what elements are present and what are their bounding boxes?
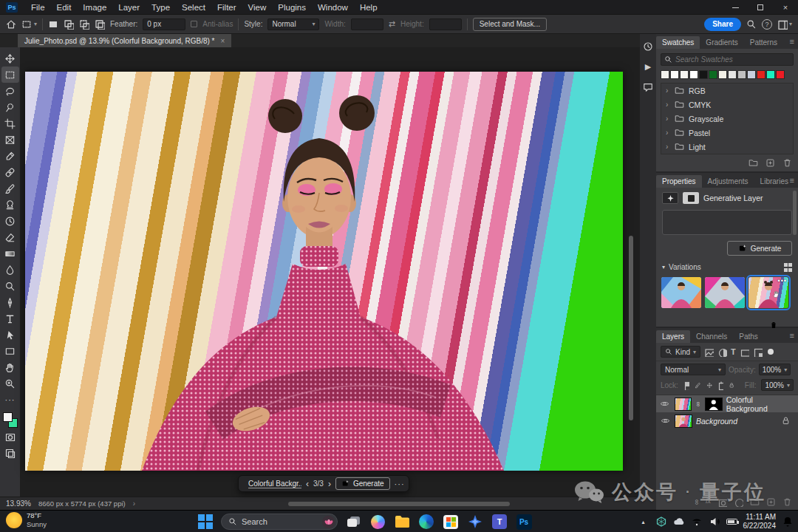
menu-layer[interactable]: Layer (112, 3, 146, 12)
variation-thumbnail-1[interactable] (661, 277, 701, 308)
photoshop-taskbar-button[interactable]: Ps (515, 513, 533, 531)
expand-chevron-icon[interactable]: › (666, 129, 670, 137)
swatch-search-box[interactable] (661, 53, 794, 66)
close-button[interactable]: × (773, 0, 798, 15)
hand-tool[interactable] (1, 359, 19, 375)
swatch-6[interactable] (718, 70, 727, 79)
home-icon[interactable] (6, 19, 16, 30)
intersect-selection-mode-button[interactable] (95, 19, 105, 30)
layer-thumbnail[interactable] (675, 398, 692, 411)
height-input[interactable] (429, 18, 462, 30)
layer-visibility-icon[interactable] (661, 416, 670, 426)
filter-kind-select[interactable]: Kind ▾ (661, 346, 700, 358)
help-icon[interactable]: ? (762, 19, 772, 30)
swatch-9[interactable] (747, 70, 756, 79)
history-panel-icon[interactable] (643, 41, 653, 52)
menu-plugins[interactable]: Plugins (272, 3, 312, 12)
variations-header[interactable]: ▾ Variations (656, 257, 798, 273)
teams-button[interactable]: T (491, 513, 508, 531)
tab-properties[interactable]: Properties (656, 175, 702, 188)
gradient-tool[interactable] (1, 245, 19, 262)
new-swatch-icon[interactable] (765, 158, 775, 168)
filter-pixel-layers-icon[interactable] (704, 347, 714, 357)
volume-icon[interactable] (709, 516, 720, 528)
filter-toggle-icon[interactable] (768, 349, 774, 355)
select-and-mask-button[interactable]: Select and Mask... (473, 18, 547, 31)
file-explorer-button[interactable] (393, 513, 411, 531)
swatch-5[interactable] (709, 70, 717, 79)
swap-dimensions-icon[interactable]: ⇄ (389, 19, 395, 29)
generation-name-input[interactable] (248, 480, 301, 488)
more-options-icon[interactable]: ··· (395, 480, 405, 488)
menu-type[interactable]: Type (146, 3, 176, 12)
style-select[interactable]: Normal▾ (267, 18, 319, 30)
menu-image[interactable]: Image (77, 3, 112, 12)
notifications-bell-icon[interactable] (782, 516, 794, 528)
3d-viewer-icon[interactable] (655, 516, 667, 528)
tab-channels[interactable]: Channels (690, 330, 733, 343)
delete-layer-icon[interactable] (782, 497, 792, 507)
variation-thumbnail-2[interactable] (705, 277, 745, 308)
expand-chevron-icon[interactable]: › (666, 115, 670, 123)
blend-mode-select[interactable]: Normal▾ (661, 364, 726, 375)
add-selection-mode-button[interactable] (64, 19, 74, 30)
lasso-tool[interactable] (1, 83, 19, 99)
vertical-scrollbar[interactable] (627, 95, 635, 532)
dodge-tool[interactable] (1, 278, 19, 294)
swatch-0[interactable] (661, 70, 669, 79)
status-chevron-icon[interactable]: › (133, 499, 135, 508)
microsoft-store-button[interactable] (442, 513, 460, 531)
swatch-12[interactable] (776, 70, 785, 79)
menu-filter[interactable]: Filter (211, 3, 242, 12)
tab-paths[interactable]: Paths (733, 330, 764, 343)
expand-chevron-icon[interactable]: › (666, 143, 670, 151)
weather-widget[interactable]: 78°F Sunny (6, 511, 47, 529)
history-brush-tool[interactable] (1, 213, 19, 229)
zoom-tool[interactable] (1, 375, 19, 392)
battery-icon[interactable] (726, 519, 737, 525)
swatch-4[interactable] (699, 70, 708, 79)
tab-adjustments[interactable]: Adjustments (702, 175, 754, 188)
grid-view-icon[interactable] (784, 263, 793, 272)
variation-options-icon[interactable]: ••• (778, 277, 787, 284)
filter-adjustment-layers-icon[interactable] (717, 347, 727, 357)
feather-input[interactable] (143, 18, 185, 30)
panel-menu-icon[interactable]: ≡ (790, 331, 795, 340)
tab-libraries[interactable]: Libraries (754, 175, 794, 188)
filter-shape-layers-icon[interactable] (740, 347, 749, 357)
horizontal-scrollbar-thumb[interactable] (288, 502, 510, 506)
subtract-selection-mode-button[interactable] (79, 19, 89, 30)
next-variation-icon[interactable]: › (328, 480, 331, 488)
menu-select[interactable]: Select (176, 3, 211, 12)
hidden-icons-chevron[interactable]: ▴ (638, 516, 649, 528)
new-group-icon[interactable] (748, 158, 758, 168)
menu-file[interactable]: File (25, 3, 51, 12)
swatch-group-grayscale[interactable]: ›Grayscale (661, 112, 793, 126)
screen-mode-button[interactable] (1, 445, 19, 461)
swatch-2[interactable] (680, 70, 689, 79)
share-button[interactable]: Share (704, 18, 741, 31)
lock-pixels-icon[interactable] (695, 381, 700, 390)
current-tool-chip[interactable]: ▾ (21, 19, 37, 30)
swatch-1[interactable] (670, 70, 679, 79)
filter-smart-objects-icon[interactable] (753, 347, 763, 357)
workspace-switcher-button[interactable]: ▾ (777, 19, 792, 30)
foreground-color-swatch[interactable] (3, 412, 13, 422)
eyedropper-tool[interactable] (1, 148, 19, 164)
expand-chevron-icon[interactable]: › (666, 86, 670, 95)
layer-mask-thumbnail[interactable] (705, 398, 723, 411)
minimize-button[interactable] (723, 0, 748, 15)
panel-menu-icon[interactable]: ≡ (790, 37, 795, 46)
color-swatch-control[interactable] (2, 412, 18, 429)
new-layer-icon[interactable] (766, 497, 776, 507)
search-icon[interactable] (746, 19, 757, 30)
previous-variation-icon[interactable]: ‹ (306, 480, 309, 488)
anti-alias-checkbox[interactable] (191, 21, 197, 27)
swatch-8[interactable] (737, 70, 746, 79)
fill-select[interactable]: 100%▾ (761, 379, 794, 391)
zoom-level[interactable]: 13.93% (6, 499, 31, 508)
expand-chevron-icon[interactable]: › (666, 100, 670, 109)
wifi-icon[interactable] (691, 516, 703, 528)
lock-artboard-icon[interactable] (717, 381, 723, 390)
type-tool[interactable] (1, 310, 19, 327)
